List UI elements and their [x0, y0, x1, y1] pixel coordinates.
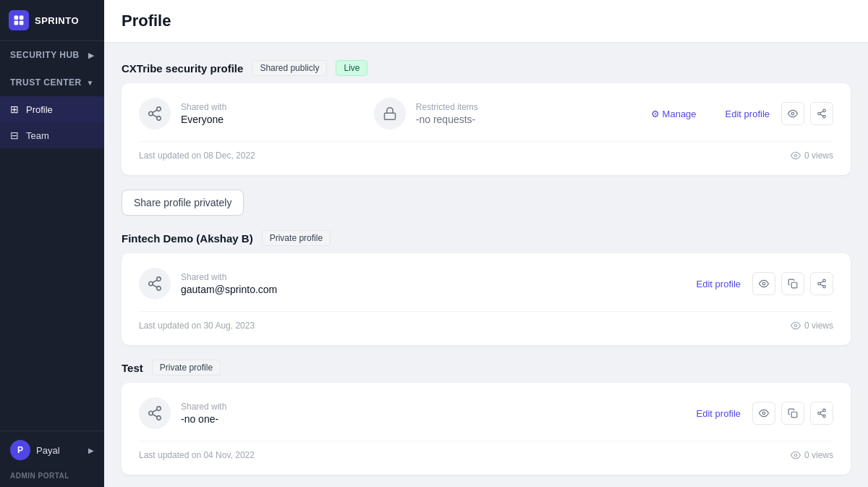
- svg-line-14: [820, 114, 823, 116]
- cxtribe-restricted: Restricted items -no requests-: [416, 102, 651, 125]
- share-privately-button[interactable]: Share profile privately: [122, 190, 244, 216]
- svg-point-30: [157, 407, 161, 411]
- profile-icon: ⊞: [10, 103, 19, 115]
- cxtribe-shared-with: Shared with Everyone: [139, 98, 374, 130]
- manage-link[interactable]: ⚙ Manage: [651, 109, 697, 119]
- gear-icon: ⚙: [651, 109, 660, 119]
- page-header: Profile: [104, 0, 868, 43]
- cxtribe-card: Shared with Everyone Restricted items -n…: [122, 83, 851, 175]
- svg-rect-1: [20, 16, 24, 20]
- fintech-shared-label: Shared with: [181, 272, 277, 282]
- team-icon: ⊟: [10, 130, 19, 141]
- cxtribe-restricted-value: -no requests-: [416, 114, 651, 125]
- svg-point-4: [157, 107, 161, 111]
- test-title: Test: [122, 362, 143, 374]
- cxtribe-section-header: CXTribe security profile Shared publicly…: [122, 60, 851, 76]
- test-views: 0 views: [791, 450, 833, 460]
- fintech-copy-button[interactable]: [781, 272, 804, 295]
- svg-point-42: [794, 454, 797, 457]
- test-section-header: Test Private profile: [122, 360, 851, 376]
- test-actions: Edit profile: [697, 402, 833, 425]
- svg-point-38: [818, 412, 821, 415]
- test-shared-label: Shared with: [181, 402, 226, 412]
- test-copy-button[interactable]: [781, 402, 804, 425]
- test-shared-value: -no one-: [181, 413, 226, 425]
- svg-line-15: [820, 111, 823, 113]
- fintech-footer: Last updated on 30 Aug, 2023 0 views: [139, 311, 833, 331]
- fintech-shared-with: Shared with gautam@sprinto.com: [139, 268, 697, 300]
- svg-rect-23: [791, 282, 797, 288]
- user-chevron-icon: ▶: [88, 446, 94, 454]
- svg-point-11: [823, 109, 826, 112]
- fintech-card: Shared with gautam@sprinto.com Edit prof…: [122, 253, 851, 345]
- svg-line-40: [820, 414, 823, 415]
- svg-point-29: [794, 324, 797, 327]
- cxtribe-live-badge: Live: [336, 60, 367, 76]
- avatar: P: [10, 440, 30, 460]
- test-edit-link[interactable]: Edit profile: [697, 408, 741, 419]
- svg-rect-0: [14, 16, 19, 20]
- svg-point-35: [762, 412, 765, 415]
- cxtribe-share-button[interactable]: [810, 102, 833, 125]
- fintech-private-badge: Private profile: [262, 230, 331, 246]
- fintech-share-button[interactable]: [810, 272, 833, 295]
- svg-point-18: [149, 281, 153, 286]
- trust-center-section: TRUST CENTER ▼ ⊞ Profile ⊟ Team: [0, 69, 104, 148]
- svg-line-8: [153, 110, 157, 113]
- test-footer: Last updated on 04 Nov, 2022 0 views: [139, 441, 833, 460]
- admin-portal-label: ADMIN PORTAL: [0, 469, 104, 487]
- fintech-view-button[interactable]: [752, 272, 775, 295]
- svg-line-27: [820, 284, 823, 286]
- svg-line-28: [820, 281, 823, 283]
- sidebar-item-profile[interactable]: ⊞ Profile: [0, 96, 104, 122]
- svg-point-31: [149, 411, 153, 415]
- fintech-card-top: Shared with gautam@sprinto.com Edit prof…: [139, 268, 833, 300]
- test-card: Shared with -no one- Edit profile: [122, 383, 851, 475]
- chevron-right-icon: ▶: [88, 51, 95, 59]
- svg-point-32: [157, 416, 161, 420]
- sidebar-logo[interactable]: SPRINTO: [0, 0, 104, 41]
- fintech-views: 0 views: [791, 321, 833, 331]
- svg-point-16: [794, 154, 797, 157]
- cxtribe-last-updated: Last updated on 08 Dec, 2022: [139, 151, 255, 161]
- share-icon: [139, 98, 171, 130]
- test-private-badge: Private profile: [152, 360, 221, 376]
- fintech-shared-info: Shared with gautam@sprinto.com: [181, 272, 277, 295]
- fintech-actions: Edit profile: [697, 272, 833, 295]
- svg-point-25: [818, 282, 821, 285]
- fintech-edit-link[interactable]: Edit profile: [697, 279, 741, 289]
- cxtribe-edit-link[interactable]: Edit profile: [726, 109, 770, 119]
- cxtribe-shared-value: Everyone: [181, 114, 226, 125]
- test-last-updated: Last updated on 04 Nov, 2022: [139, 450, 255, 460]
- trust-center-nav[interactable]: TRUST CENTER ▼: [0, 69, 104, 96]
- fintech-share-icon: [139, 268, 171, 300]
- test-shared-info: Shared with -no one-: [181, 402, 226, 425]
- svg-rect-36: [791, 412, 797, 418]
- svg-line-21: [153, 280, 157, 283]
- cxtribe-restricted-label: Restricted items: [416, 102, 651, 112]
- main-content: Profile CXTribe security profile Shared …: [104, 0, 868, 487]
- fintech-title: Fintech Demo (Akshay B): [122, 232, 253, 245]
- svg-line-7: [153, 114, 157, 117]
- user-menu[interactable]: P Payal ▶: [0, 431, 104, 469]
- cxtribe-shared-info: Shared with Everyone: [181, 102, 226, 125]
- cxtribe-shared-badge: Shared publicly: [252, 60, 327, 76]
- sidebar-item-team[interactable]: ⊟ Team: [0, 122, 104, 148]
- svg-point-37: [823, 409, 826, 412]
- test-share-button[interactable]: [810, 402, 833, 425]
- sidebar: SPRINTO SECURITY HUB ▶ TRUST CENTER ▼ ⊞ …: [0, 0, 104, 487]
- cxtribe-view-button[interactable]: [781, 102, 804, 125]
- svg-point-17: [157, 277, 161, 281]
- cxtribe-footer: Last updated on 08 Dec, 2022 0 views: [139, 141, 833, 161]
- test-view-button[interactable]: [752, 402, 775, 425]
- svg-line-34: [153, 410, 157, 412]
- svg-point-13: [823, 115, 826, 118]
- svg-point-5: [149, 111, 153, 116]
- fintech-section-header: Fintech Demo (Akshay B) Private profile: [122, 230, 851, 246]
- security-hub-section: SECURITY HUB ▶: [0, 41, 104, 69]
- cxtribe-actions: Edit profile: [726, 102, 833, 125]
- security-hub-nav[interactable]: SECURITY HUB ▶: [0, 41, 104, 69]
- logo-icon: [9, 10, 29, 30]
- content-area: CXTribe security profile Shared publicly…: [104, 43, 868, 487]
- cxtribe-views: 0 views: [791, 151, 833, 161]
